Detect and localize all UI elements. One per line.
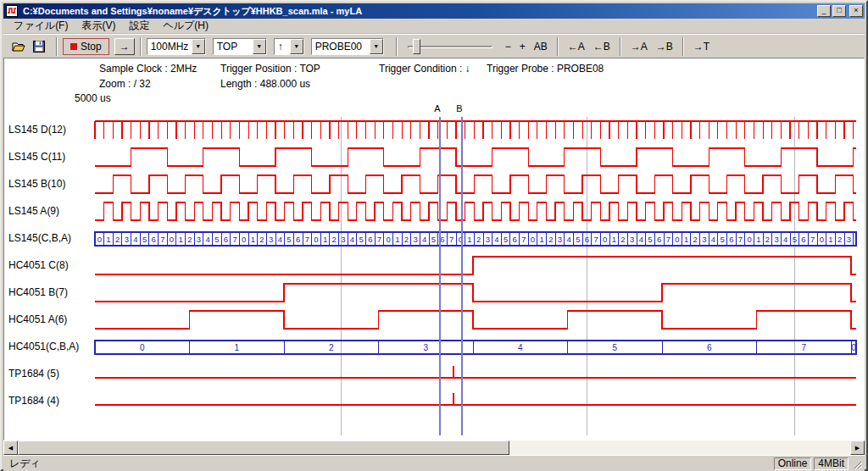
trigger-edge-select[interactable]: ↑ ▼ (274, 38, 304, 55)
horizontal-scrollbar[interactable]: ◀ ▶ (3, 441, 865, 455)
scroll-left-icon[interactable]: ◀ (3, 441, 18, 455)
title-bar[interactable]: C:¥Documents and Settings¥noname¥デスクトップ¥… (3, 3, 865, 19)
jump-to-trigger-button[interactable]: →T (689, 39, 714, 54)
zoom-info: Zoom : / 32 (99, 78, 151, 90)
run-button[interactable]: → (114, 38, 135, 55)
resize-grip[interactable] (851, 458, 862, 469)
time-division-label: 5000 us (75, 92, 111, 104)
toolbar-separator (682, 37, 684, 56)
close-button[interactable]: × (849, 5, 863, 17)
stop-icon (70, 43, 77, 50)
jump-to-marker-a-left-button[interactable]: ←A (564, 39, 589, 54)
ab-measure-button[interactable]: AB (530, 39, 552, 54)
trigger-probe-select[interactable]: PROBE00 ▼ (311, 38, 384, 55)
menu-help[interactable]: ヘルプ(H) (156, 18, 215, 34)
app-window: C:¥Documents and Settings¥noname¥デスクトップ¥… (0, 0, 868, 471)
zoom-out-button[interactable]: − (501, 39, 515, 54)
zoom-slider[interactable] (408, 37, 492, 56)
jump-to-marker-b-left-button[interactable]: ←B (589, 39, 615, 54)
menu-bar: ファイル(F) 表示(V) 設定 ヘルプ(H) (3, 19, 865, 34)
toolbar-separator (56, 37, 58, 56)
scrollbar-thumb[interactable] (18, 441, 509, 455)
app-icon (5, 4, 19, 18)
menu-file[interactable]: ファイル(F) (7, 18, 75, 34)
toolbar-separator (620, 37, 621, 56)
chevron-down-icon[interactable]: ▼ (192, 39, 205, 54)
chevron-down-icon[interactable]: ▼ (290, 39, 303, 54)
maximize-button[interactable]: □ (832, 5, 846, 17)
jump-to-marker-a-right-button[interactable]: →A (626, 39, 652, 54)
toolbar-separator (396, 37, 398, 56)
scroll-right-icon[interactable]: ▶ (850, 441, 865, 455)
sample-clock-info: Sample Clock : 2MHz (99, 63, 197, 75)
minimize-button[interactable]: _ (817, 5, 831, 17)
toolbar: Stop → 100MHz ▼ TOP ▼ ↑ ▼ PROBE00 ▼ − + … (3, 34, 865, 58)
toolbar-separator (140, 37, 142, 56)
jump-to-marker-b-right-button[interactable]: →B (652, 39, 677, 54)
waveform-client-area (3, 58, 865, 441)
status-online-badge: Online (774, 457, 812, 470)
stop-button[interactable]: Stop (63, 38, 109, 55)
zoom-slider-track[interactable] (408, 46, 492, 48)
trigger-condition-info: Trigger Condition : ↓ (379, 63, 470, 75)
zoom-slider-handle[interactable] (413, 39, 420, 54)
open-file-button[interactable] (10, 38, 27, 55)
trigger-probe-info: Trigger Probe : PROBE08 (487, 63, 604, 75)
chevron-down-icon[interactable]: ▼ (253, 39, 266, 54)
status-bar: レディ Online 4MBit (3, 455, 865, 471)
menu-settings[interactable]: 設定 (122, 18, 156, 34)
window-title: C:¥Documents and Settings¥noname¥デスクトップ¥… (20, 5, 815, 18)
chevron-down-icon[interactable]: ▼ (370, 39, 383, 54)
menu-view[interactable]: 表示(V) (75, 18, 122, 34)
trigger-position-select[interactable]: TOP ▼ (213, 38, 267, 55)
status-ready-text: レディ (6, 457, 771, 471)
status-memory-badge: 4MBit (814, 457, 849, 470)
zoom-in-button[interactable]: + (515, 39, 530, 54)
save-file-button[interactable] (31, 38, 47, 55)
sample-clock-select[interactable]: 100MHz ▼ (147, 38, 206, 55)
toolbar-separator (557, 37, 559, 56)
trigger-position-info: Trigger Position : TOP (220, 63, 320, 75)
length-info: Length : 488.000 us (220, 78, 310, 90)
